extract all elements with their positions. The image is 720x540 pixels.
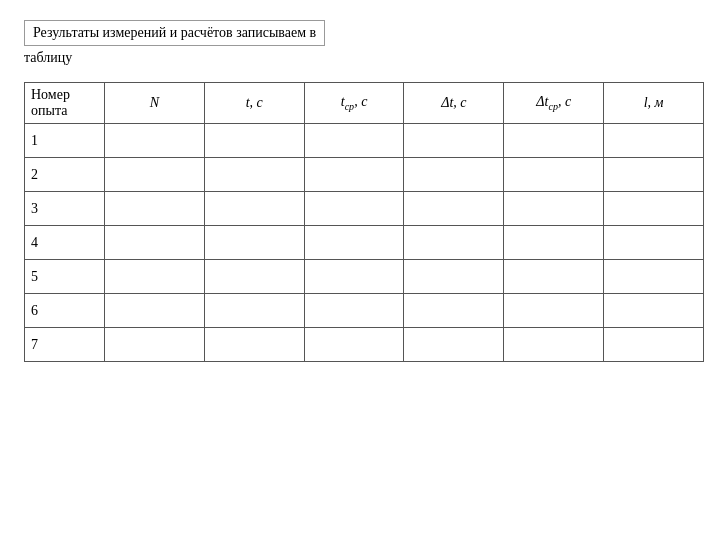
cell-row6-col3 — [304, 294, 404, 328]
cell-row7-col6 — [604, 328, 704, 362]
cell-row6-col1 — [105, 294, 205, 328]
cell-row4-col5 — [504, 226, 604, 260]
cell-row2-col4 — [404, 158, 504, 192]
table-row: 6 — [25, 294, 704, 328]
cell-row5-col0: 5 — [25, 260, 105, 294]
col-header-tcp: tcp, c — [304, 83, 404, 124]
cell-row3-col3 — [304, 192, 404, 226]
cell-row1-col0: 1 — [25, 124, 105, 158]
cell-row4-col4 — [404, 226, 504, 260]
col-header-t: t, c — [204, 83, 304, 124]
cell-row2-col1 — [105, 158, 205, 192]
table-row: 2 — [25, 158, 704, 192]
cell-row4-col0: 4 — [25, 226, 105, 260]
cell-row6-col6 — [604, 294, 704, 328]
cell-row6-col2 — [204, 294, 304, 328]
cell-row1-col2 — [204, 124, 304, 158]
cell-row6-col0: 6 — [25, 294, 105, 328]
cell-row1-col5 — [504, 124, 604, 158]
title-line2: таблицу — [24, 50, 72, 65]
page: Результаты измерений и расчётов записыва… — [0, 0, 720, 540]
cell-row3-col1 — [105, 192, 205, 226]
cell-row2-col0: 2 — [25, 158, 105, 192]
cell-row1-col6 — [604, 124, 704, 158]
col-header-l: l, м — [604, 83, 704, 124]
table-row: 5 — [25, 260, 704, 294]
cell-row7-col2 — [204, 328, 304, 362]
title-box: Результаты измерений и расчётов записыва… — [24, 20, 325, 46]
table-row: 3 — [25, 192, 704, 226]
cell-row7-col4 — [404, 328, 504, 362]
col-header-num: Номеропыта — [25, 83, 105, 124]
cell-row3-col4 — [404, 192, 504, 226]
cell-row3-col0: 3 — [25, 192, 105, 226]
cell-row4-col1 — [105, 226, 205, 260]
cell-row7-col0: 7 — [25, 328, 105, 362]
col-header-dtcp: Δtcp, c — [504, 83, 604, 124]
results-table: Номеропыта N t, c tcp, c Δt, c Δtcp, c l… — [24, 82, 704, 362]
cell-row2-col6 — [604, 158, 704, 192]
cell-row3-col2 — [204, 192, 304, 226]
cell-row7-col1 — [105, 328, 205, 362]
cell-row4-col6 — [604, 226, 704, 260]
cell-row6-col5 — [504, 294, 604, 328]
cell-row3-col5 — [504, 192, 604, 226]
cell-row3-col6 — [604, 192, 704, 226]
cell-row2-col3 — [304, 158, 404, 192]
col-header-dt: Δt, c — [404, 83, 504, 124]
cell-row4-col2 — [204, 226, 304, 260]
cell-row5-col1 — [105, 260, 205, 294]
col-header-N: N — [105, 83, 205, 124]
cell-row5-col5 — [504, 260, 604, 294]
cell-row5-col4 — [404, 260, 504, 294]
cell-row5-col3 — [304, 260, 404, 294]
table-header-row: Номеропыта N t, c tcp, c Δt, c Δtcp, c l… — [25, 83, 704, 124]
table-row: 4 — [25, 226, 704, 260]
cell-row4-col3 — [304, 226, 404, 260]
table-row: 7 — [25, 328, 704, 362]
table-row: 1 — [25, 124, 704, 158]
cell-row1-col4 — [404, 124, 504, 158]
cell-row7-col5 — [504, 328, 604, 362]
cell-row1-col3 — [304, 124, 404, 158]
cell-row5-col6 — [604, 260, 704, 294]
cell-row6-col4 — [404, 294, 504, 328]
cell-row2-col2 — [204, 158, 304, 192]
cell-row1-col1 — [105, 124, 205, 158]
cell-row7-col3 — [304, 328, 404, 362]
cell-row2-col5 — [504, 158, 604, 192]
cell-row5-col2 — [204, 260, 304, 294]
subtitle: таблицу — [24, 50, 696, 66]
title-line1: Результаты измерений и расчётов записыва… — [33, 25, 316, 40]
